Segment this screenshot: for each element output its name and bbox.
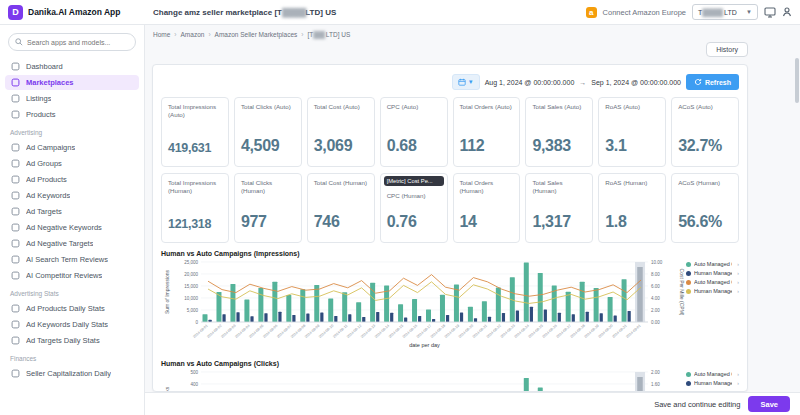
legend-item[interactable]: Human Manage...› [686, 270, 739, 276]
metric-label: CPC (Auto) [387, 103, 441, 111]
end-date[interactable]: Sep 1, 2024 @ 00:00:00.000 [591, 79, 681, 86]
calendar-button[interactable]: ▼ [452, 74, 480, 90]
ad-products-icon [11, 175, 20, 184]
vertical-scrollbar[interactable] [795, 28, 799, 413]
sidebar-item-label: Ad Targets [26, 207, 62, 216]
sidebar-item-ai-search-term-reviews[interactable]: AI Search Term Reviews [5, 252, 139, 267]
impressions-chart-block: Human vs Auto Campaigns (Impressions) 25… [161, 250, 739, 353]
sidebar-item-ad-negative-targets[interactable]: Ad Negative Targets [5, 236, 139, 251]
legend-item[interactable]: Auto Managed C...› [686, 279, 739, 285]
legend-item[interactable]: Auto Managed C...› [686, 261, 739, 267]
metric-label: ACoS (Auto) [678, 103, 732, 111]
sidebar-item-products[interactable]: Products [5, 107, 139, 122]
sidebar-item-ad-targets-daily-stats[interactable]: Ad Targets Daily Stats [5, 333, 139, 348]
legend-dot-icon [686, 280, 691, 285]
metric-card: [Metric] Cost Pe...CPC (Human)0.76 [380, 173, 448, 243]
page-title-suffix: LTD] US [305, 8, 336, 17]
metric-label: RoAS (Auto) [605, 103, 659, 111]
metric-value: 121,318 [168, 217, 222, 231]
sidebar-item-listings[interactable]: Listings [5, 91, 139, 106]
metric-value: 1,317 [532, 213, 586, 231]
metric-value: 3,069 [314, 137, 368, 155]
display-monitor-icon[interactable] [764, 7, 776, 18]
metric-value: 0.68 [387, 137, 441, 155]
breadcrumb: Home›Amazon›Amazon Seller Marketplaces›[… [153, 31, 350, 38]
metric-label: Total Cost (Auto) [314, 103, 368, 111]
nav-section-header: Advertising Stats [0, 284, 144, 300]
sidebar-item-marketplaces[interactable]: Marketplaces [5, 75, 139, 90]
breadcrumb-separator: › [174, 31, 176, 38]
impressions-chart[interactable]: 25,00010.0020,0008.0015,0006.0010,0004.0… [161, 259, 686, 353]
user-icon[interactable] [782, 7, 792, 17]
sidebar-item-ad-keywords[interactable]: Ad Keywords [5, 188, 139, 203]
scrollbar-thumb[interactable] [795, 58, 799, 103]
sidebar-item-ad-products[interactable]: Ad Products [5, 172, 139, 187]
search-input[interactable] [27, 39, 129, 46]
search-icon [15, 38, 23, 46]
metric-label: Total Sales (Human) [532, 179, 586, 195]
connect-amazon-link[interactable]: Connect Amazon Europe [603, 8, 686, 17]
sidebar-item-ad-targets[interactable]: Ad Targets [5, 204, 139, 219]
metric-label: Total Impressions (Human) [168, 179, 222, 195]
metric-value: 0.76 [387, 213, 441, 231]
save-button[interactable]: Save [748, 396, 790, 412]
sidebar-item-ad-campaigns[interactable]: Ad Campaigns [5, 140, 139, 155]
metric-label: Total Orders (Auto) [460, 103, 514, 111]
ad-keywords-icon [11, 191, 20, 200]
history-button[interactable]: History [706, 42, 748, 57]
clicks-chart-block: Human vs Auto Campaigns (Clicks) 5002.00… [161, 360, 739, 392]
start-date[interactable]: Aug 1, 2024 @ 00:00:00.000 [485, 79, 575, 86]
seller-capitalization-daily-icon [11, 369, 20, 378]
sidebar-item-label: Ad Products [26, 175, 67, 184]
sidebar: DashboardMarketplacesListingsProductsAdv… [0, 25, 145, 415]
breadcrumb-separator: › [208, 31, 210, 38]
sidebar-item-ad-keywords-daily-stats[interactable]: Ad Keywords Daily Stats [5, 317, 139, 332]
sidebar-item-ad-products-daily-stats[interactable]: Ad Products Daily Stats [5, 301, 139, 316]
account-name-suffix: LTD [722, 9, 737, 16]
sidebar-item-label: Ad Campaigns [26, 143, 75, 152]
sidebar-item-ad-groups[interactable]: Ad Groups [5, 156, 139, 171]
svg-text:10,000: 10,000 [184, 296, 198, 301]
breadcrumb-item[interactable]: Amazon [181, 31, 205, 38]
breadcrumb-item[interactable]: Home [153, 31, 170, 38]
legend-item[interactable]: Human Manage...› [686, 288, 739, 294]
sidebar-item-seller-capitalization-daily[interactable]: Seller Capitalization Daily [5, 366, 139, 381]
breadcrumb-item[interactable]: Amazon Seller Marketplaces [215, 31, 298, 38]
sidebar-item-ad-negative-keywords[interactable]: Ad Negative Keywords [5, 220, 139, 235]
account-dropdown[interactable]: T█████ LTD ▼ [692, 4, 758, 20]
sidebar-item-label: Ad Products Daily Stats [26, 304, 105, 313]
ai-search-term-reviews-icon [11, 255, 20, 264]
sidebar-item-label: Products [26, 110, 56, 119]
metric-card: Total Sales (Auto)9,383 [525, 97, 593, 167]
redacted-text: █████ [702, 9, 722, 16]
save-continue-button[interactable]: Save and continue editing [654, 400, 740, 409]
chevron-right-icon: › [737, 371, 739, 377]
chevron-right-icon: › [737, 261, 739, 267]
metric-value: 112 [460, 137, 514, 155]
svg-text:25,000: 25,000 [184, 260, 198, 265]
metrics-grid: Total Impressions (Auto)419,631Total Cli… [161, 97, 739, 243]
date-range-bar: ▼ Aug 1, 2024 @ 00:00:00.000 → Sep 1, 20… [161, 73, 739, 91]
legend-item-label: Human Manage... [694, 288, 732, 294]
page-title: Change amz seller marketplace [T█████ LT… [153, 0, 336, 25]
svg-text:2024-09-01: 2024-09-01 [625, 324, 641, 339]
ad-targets-icon [11, 207, 20, 216]
sidebar-item-label: Ad Keywords [26, 191, 70, 200]
top-header: D Danika.AI Amazon App Change amz seller… [0, 0, 800, 25]
refresh-button[interactable]: Refresh [686, 74, 739, 90]
svg-text:Cost Per Mille (CPM): Cost Per Mille (CPM) [679, 269, 685, 316]
ad-negative-keywords-icon [11, 223, 20, 232]
sidebar-item-label: Marketplaces [26, 78, 74, 87]
metric-card: RoAS (Human)1.8 [598, 173, 666, 243]
marketplaces-icon [11, 78, 20, 87]
sidebar-item-ai-competitor-reviews[interactable]: AI Competitor Reviews [5, 268, 139, 283]
breadcrumb-current: [T███ LTD] US [307, 31, 350, 38]
legend-item-label: Human Manage... [694, 270, 732, 276]
sidebar-item-dashboard[interactable]: Dashboard [5, 59, 139, 74]
clicks-chart[interactable]: 5002.004001.603001.202000.801000.4000.00… [161, 369, 686, 392]
legend-item[interactable]: Human Managed...› [686, 380, 739, 386]
metric-card: Total Sales (Human)1,317 [525, 173, 593, 243]
legend-item[interactable]: Auto Managed Ca...› [686, 371, 739, 377]
svg-text:1.60: 1.60 [651, 382, 660, 387]
metric-row: Total Impressions (Human)121,318Total Cl… [161, 173, 739, 243]
